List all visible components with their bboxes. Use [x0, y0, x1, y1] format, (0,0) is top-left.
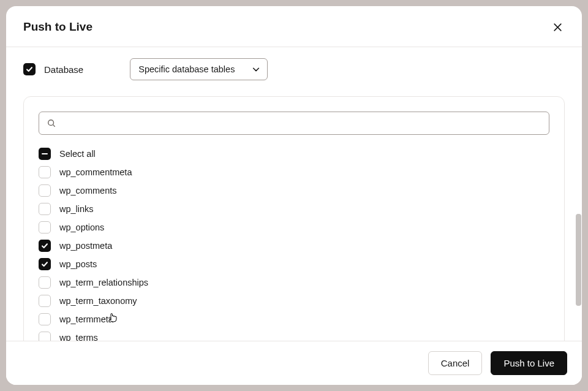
select-value: Specific database tables	[138, 64, 235, 74]
table-name: wp_term_relationships	[59, 278, 148, 287]
modal-title: Push to Live	[23, 20, 92, 34]
table-row[interactable]: wp_posts	[39, 255, 549, 273]
table-checkbox[interactable]	[39, 276, 51, 289]
table-checkbox[interactable]	[39, 240, 51, 252]
database-label: Database	[44, 64, 83, 75]
scrollbar-thumb[interactable]	[576, 214, 581, 306]
select-all-label: Select all	[59, 149, 96, 159]
database-row: Database Specific database tables	[6, 47, 582, 80]
table-checkbox[interactable]	[39, 332, 51, 341]
table-row[interactable]: wp_postmeta	[39, 237, 549, 255]
search-wrap	[39, 112, 549, 135]
database-checkbox[interactable]	[23, 63, 36, 75]
push-to-live-button[interactable]: Push to Live	[491, 351, 567, 375]
table-name: wp_postmeta	[59, 241, 112, 251]
table-name: wp_links	[59, 204, 94, 214]
table-name: wp_comments	[59, 186, 116, 196]
table-row[interactable]: wp_termmeta	[39, 310, 549, 328]
modal-footer: Cancel Push to Live	[6, 341, 582, 385]
check-icon	[40, 260, 49, 268]
table-name: wp_posts	[59, 259, 97, 269]
search-icon	[47, 119, 56, 127]
table-row[interactable]: wp_comments	[39, 181, 549, 200]
table-checkbox[interactable]	[39, 295, 51, 307]
table-name: wp_commentmeta	[59, 167, 132, 177]
check-icon	[40, 241, 49, 250]
table-checkbox[interactable]	[39, 203, 51, 215]
table-checkbox[interactable]	[39, 258, 51, 270]
table-checkbox[interactable]	[39, 166, 51, 178]
table-row[interactable]: wp_terms	[39, 328, 549, 341]
tables-search-input[interactable]	[39, 112, 549, 135]
indeterminate-icon	[42, 153, 48, 155]
table-row[interactable]: wp_term_taxonomy	[39, 292, 549, 310]
table-row[interactable]: wp_options	[39, 218, 549, 237]
tables-scope-select[interactable]: Specific database tables	[130, 58, 268, 80]
table-name: wp_term_taxonomy	[59, 296, 137, 306]
table-row[interactable]: wp_term_relationships	[39, 273, 549, 292]
push-to-live-modal: Push to Live Database Specific database …	[6, 6, 582, 385]
svg-line-3	[53, 125, 55, 127]
modal-body: Database Specific database tables	[6, 47, 582, 341]
table-checkbox[interactable]	[39, 221, 51, 233]
table-row[interactable]: wp_commentmeta	[39, 163, 549, 181]
table-name: wp_options	[59, 222, 104, 232]
select-all-checkbox[interactable]	[39, 148, 51, 160]
check-icon	[25, 65, 34, 74]
select-all-row[interactable]: Select all	[39, 145, 549, 163]
cancel-button[interactable]: Cancel	[428, 351, 483, 375]
tables-panel: Select all wp_commentmeta wp_comments wp…	[23, 96, 565, 341]
close-icon	[552, 22, 563, 32]
table-checkbox[interactable]	[39, 313, 51, 325]
table-row[interactable]: wp_links	[39, 200, 549, 218]
table-checkbox[interactable]	[39, 184, 51, 197]
modal-header: Push to Live	[6, 6, 582, 47]
table-name: wp_termmeta	[59, 314, 113, 324]
close-button[interactable]	[550, 20, 565, 34]
tables-scope-select-wrap: Specific database tables	[130, 58, 268, 80]
table-name: wp_terms	[59, 333, 98, 341]
